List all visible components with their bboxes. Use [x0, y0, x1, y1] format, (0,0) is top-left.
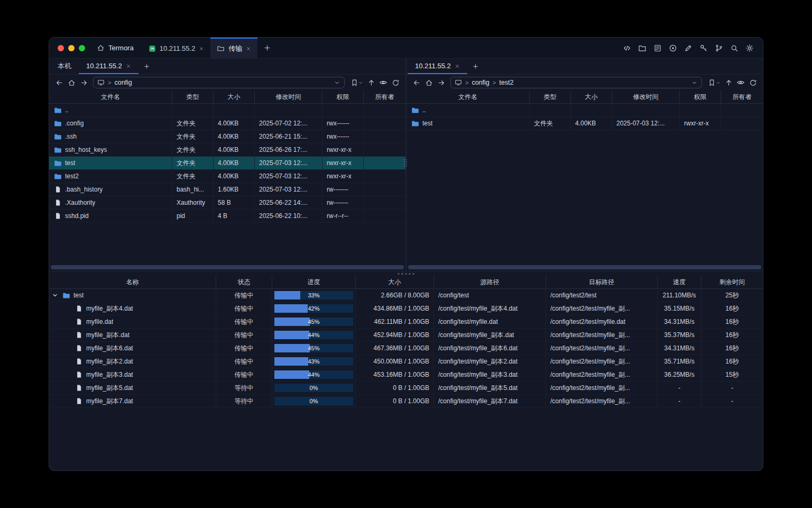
left-file-column-header[interactable]: 类型	[172, 90, 214, 103]
key-icon[interactable]	[699, 43, 708, 53]
file-row-ssh_host_keys[interactable]: ssh_host_keys文件夹4.00KB2025-06-26 17:...r…	[49, 143, 405, 157]
close-icon[interactable]	[126, 64, 131, 69]
scrollbar-thumb[interactable]	[51, 265, 404, 269]
new-tab-button[interactable]	[257, 38, 276, 58]
transfer-column-header[interactable]: 源路径	[434, 276, 546, 288]
up-icon[interactable]	[723, 77, 734, 88]
folder-icon[interactable]	[638, 43, 647, 53]
close-icon[interactable]	[455, 64, 460, 69]
eye-icon[interactable]	[377, 77, 389, 88]
right-file-column-header[interactable]: 修改时间	[612, 90, 680, 103]
new-panel-tab-button[interactable]	[467, 59, 484, 74]
window-tab-host[interactable]: 10.211.55.2	[142, 38, 211, 58]
transfer-row-myfile_副本7.dat[interactable]: myfile_副本7.dat等待中0%0 B / 1.00GB/config/t…	[49, 395, 763, 408]
transfer-column-header[interactable]: 进度	[272, 276, 356, 288]
transfer-row-myfile_副本4.dat[interactable]: myfile_副本4.dat传输中42%434.86MB / 1.00GB/co…	[49, 302, 763, 315]
transfer-column-header[interactable]: 速度	[658, 276, 702, 288]
minimize-window-button[interactable]	[68, 45, 75, 51]
search-icon[interactable]	[730, 43, 739, 53]
breadcrumb-segment[interactable]: test2	[499, 79, 513, 86]
left-file-column-header[interactable]: 修改时间	[255, 90, 322, 103]
breadcrumb-segment[interactable]: config	[472, 79, 489, 86]
bookmark-dropdown-icon[interactable]	[358, 80, 364, 85]
source-path-cell: /config/test/myfile_副本2.dat	[434, 355, 546, 368]
right-file-column-header[interactable]: 大小	[571, 90, 612, 103]
right-file-column-header[interactable]: 文件名	[407, 90, 530, 103]
zoom-window-button[interactable]	[79, 45, 85, 51]
transfer-column-header[interactable]: 状态	[216, 276, 272, 288]
left-horizontal-scrollbar[interactable]	[51, 265, 404, 269]
transfer-column-header[interactable]: 目标路径	[546, 276, 658, 288]
back-icon[interactable]	[411, 77, 422, 88]
home-icon[interactable]	[423, 77, 435, 88]
file-row-..[interactable]: ..	[407, 104, 763, 117]
transfer-row-myfile_副本6.dat[interactable]: myfile_副本6.dat传输中45%467.36MB / 1.00GB/co…	[49, 342, 763, 355]
left-file-column-header[interactable]: 权限	[322, 90, 364, 103]
transfer-row-myfile.dat[interactable]: myfile.dat传输中45%462.11MB / 1.00GB/config…	[49, 315, 763, 329]
breadcrumb[interactable]: >config	[93, 77, 345, 88]
app-home-button[interactable]: Termora	[91, 38, 142, 58]
transfer-column-header[interactable]: 名称	[49, 276, 216, 288]
left-file-column-header[interactable]: 文件名	[49, 90, 172, 103]
panel-tab-10.211.55.2[interactable]: 10.211.55.2	[79, 59, 139, 74]
refresh-icon[interactable]	[747, 77, 759, 88]
log-icon[interactable]	[653, 43, 662, 53]
file-row-.Xauthority[interactable]: .XauthorityXauthority58 B2025-06-22 14:.…	[49, 196, 405, 210]
right-horizontal-scrollbar[interactable]	[408, 265, 761, 269]
record-icon[interactable]	[668, 43, 678, 53]
file-row-test2[interactable]: test2文件夹4.00KB2025-07-03 12:...rwxr-xr-x	[49, 170, 405, 183]
progress-label: 45%	[274, 344, 353, 352]
titlebar[interactable]: Termora 10.211.55.2 传输	[49, 38, 763, 59]
branch-icon[interactable]	[714, 43, 724, 53]
left-file-column-header[interactable]: 所有者	[364, 90, 405, 103]
up-icon[interactable]	[365, 77, 377, 88]
chevron-down-icon[interactable]	[334, 79, 340, 86]
right-file-column-header[interactable]: 所有者	[721, 90, 763, 103]
back-icon[interactable]	[53, 77, 65, 88]
settings-icon[interactable]	[745, 43, 754, 53]
forward-icon[interactable]	[78, 77, 89, 88]
edit-icon[interactable]	[684, 43, 693, 53]
file-row-test[interactable]: test文件夹4.00KB2025-07-03 12:...rwxr-xr-x	[407, 117, 763, 130]
forward-icon[interactable]	[435, 77, 447, 88]
transfer-row-myfile_副本.dat[interactable]: myfile_副本.dat传输中44%452.94MB / 1.00GB/con…	[49, 329, 763, 342]
window-tab-transfer[interactable]: 传输	[210, 38, 257, 58]
file-row-sshd.pid[interactable]: sshd.pidpid4 B2025-06-22 10:...rw-r--r--	[49, 210, 405, 223]
transfer-row-myfile_副本3.dat[interactable]: myfile_副本3.dat传输中44%453.16MB / 1.00GB/co…	[49, 368, 763, 382]
file-row-test[interactable]: test文件夹4.00KB2025-07-03 12:...rwxr-xr-x	[49, 157, 405, 170]
transfer-column-header[interactable]: 剩余时间	[702, 276, 763, 288]
panel-tab-10.211.55.2[interactable]: 10.211.55.2	[408, 59, 467, 74]
transfer-status-cell: 传输中	[216, 368, 272, 381]
transfer-row-test[interactable]: test传输中33%2.66GB / 8.00GB/config/test/co…	[49, 289, 763, 302]
host-icon	[149, 45, 156, 52]
panel-tab-本机[interactable]: 本机	[50, 59, 79, 74]
breadcrumb-segment[interactable]: config	[114, 79, 132, 86]
breadcrumb[interactable]: >config>test2	[450, 77, 702, 88]
right-file-column-header[interactable]: 权限	[680, 90, 721, 103]
eye-icon[interactable]	[735, 77, 746, 88]
file-row-.ssh[interactable]: .ssh文件夹4.00KB2025-06-21 15:...rwx------	[49, 130, 405, 143]
home-icon[interactable]	[66, 77, 77, 88]
close-icon[interactable]	[199, 46, 204, 51]
file-row-.bash_history[interactable]: .bash_historybash_hi...1.60KB2025-07-03 …	[49, 183, 405, 196]
file-row-.config[interactable]: .config文件夹4.00KB2025-07-02 12:...rwx----…	[49, 117, 405, 130]
scrollbar-thumb[interactable]	[408, 265, 761, 269]
code-icon[interactable]	[622, 43, 632, 53]
transfer-size-cell: 450.00MB / 1.00GB	[356, 355, 434, 368]
bookmark-dropdown-icon[interactable]	[716, 80, 721, 85]
new-panel-tab-button[interactable]	[139, 59, 155, 74]
right-file-column-header[interactable]: 类型	[530, 90, 571, 103]
close-window-button[interactable]	[58, 45, 64, 51]
transfer-row-myfile_副本2.dat[interactable]: myfile_副本2.dat传输中43%450.00MB / 1.00GB/co…	[49, 355, 763, 368]
expand-chevron-icon[interactable]	[51, 292, 59, 298]
transfer-splitter[interactable]	[49, 271, 763, 276]
transfer-column-header[interactable]: 大小	[356, 276, 434, 288]
transfer-row-myfile_副本5.dat[interactable]: myfile_副本5.dat等待中0%0 B / 1.00GB/config/t…	[49, 382, 763, 395]
left-file-column-header[interactable]: 大小	[214, 90, 255, 103]
file-row-..[interactable]: ..	[49, 104, 405, 117]
chevron-down-icon[interactable]	[691, 79, 698, 86]
splitter-grip-icon[interactable]	[398, 273, 414, 275]
folder-icon	[411, 106, 419, 114]
refresh-icon[interactable]	[390, 77, 401, 88]
close-icon[interactable]	[246, 46, 251, 51]
